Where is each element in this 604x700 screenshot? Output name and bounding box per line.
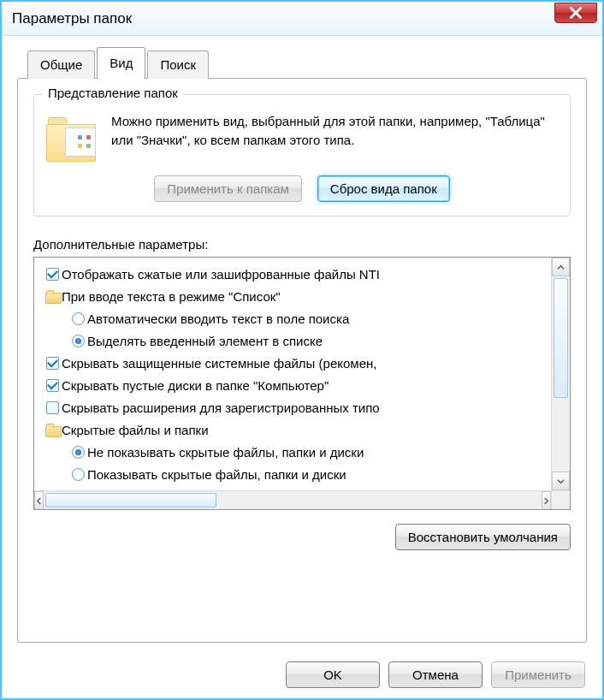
tab-view[interactable]: Вид [97, 47, 145, 79]
titlebar: Параметры папок [2, 2, 602, 36]
list-item-label: Автоматически вводить текст в поле поиск… [87, 311, 349, 326]
list-item[interactable]: Показывать скрытые файлы, папки и диски [43, 463, 551, 485]
list-item[interactable]: Скрывать защищенные системные файлы (рек… [43, 352, 551, 374]
tab-strip: Общие Вид Поиск [27, 46, 587, 78]
group-description: Можно применить вид, выбранный для этой … [111, 112, 558, 162]
close-icon [570, 7, 582, 19]
tab-panel-view: Представление папок Можно применить вид,… [17, 78, 587, 643]
window-title: Параметры папок [12, 10, 132, 27]
checkbox-control[interactable] [43, 268, 62, 281]
apply-button[interactable]: Применить [491, 661, 585, 688]
checkbox[interactable] [46, 268, 59, 281]
list-item-label: Не показывать скрытые файлы, папки и дис… [87, 445, 364, 460]
list-viewport: Отображать сжатые или зашифрованные файл… [34, 258, 551, 490]
list-item[interactable]: При вводе текста в режиме "Список" [43, 285, 551, 307]
checkbox-control[interactable] [43, 357, 62, 370]
scroll-down-button[interactable] [552, 472, 570, 490]
ok-button[interactable]: OK [286, 661, 380, 688]
list-item[interactable]: Скрывать расширения для зарегистрированн… [43, 396, 551, 418]
checkbox-control[interactable] [43, 401, 62, 414]
folder-options-window: Параметры папок Общие Вид Поиск Представ… [0, 0, 604, 700]
radio-control[interactable] [68, 446, 87, 459]
list-item-label: Скрывать пустые диски в папке "Компьютер… [62, 378, 329, 393]
advanced-settings-label: Дополнительные параметры: [33, 237, 571, 252]
close-button[interactable] [554, 3, 597, 23]
list-item-label: Скрывать защищенные системные файлы (рек… [62, 356, 376, 371]
radio-control[interactable] [68, 335, 87, 347]
list-item-label: Показывать скрытые файлы, папки и диски [87, 467, 346, 482]
advanced-settings-list: Отображать сжатые или зашифрованные файл… [33, 257, 571, 510]
radio-control[interactable] [68, 468, 87, 481]
list-item-label: При вводе текста в режиме "Список" [62, 289, 281, 304]
list-item[interactable]: Отображать сжатые или зашифрованные файл… [43, 263, 551, 285]
group-icon [43, 424, 62, 436]
tab-general[interactable]: Общие [27, 50, 95, 79]
folder-icon [46, 112, 99, 162]
folder-icon [45, 424, 60, 436]
scroll-right-button[interactable] [542, 491, 551, 510]
cancel-button[interactable]: Отмена [388, 661, 483, 688]
folder-icon [45, 290, 60, 302]
group-title: Представление папок [43, 86, 183, 100]
h-scroll-thumb[interactable] [45, 493, 216, 507]
radio[interactable] [72, 312, 85, 325]
v-scroll-track[interactable] [552, 276, 570, 472]
list-item[interactable]: Не показывать скрытые файлы, папки и дис… [43, 441, 551, 463]
restore-defaults-button[interactable]: Восстановить умолчания [395, 524, 571, 550]
list-item-label: Отображать сжатые или зашифрованные файл… [62, 267, 380, 282]
list-item-label: Выделять введенный элемент в списке [87, 334, 323, 348]
scroll-corner [551, 490, 570, 509]
list-item[interactable]: Автоматически вводить текст в поле поиск… [43, 307, 551, 329]
list-item-label: Скрытые файлы и папки [62, 423, 209, 437]
group-icon [43, 290, 62, 302]
list-item[interactable]: Выделять введенный элемент в списке [43, 329, 551, 352]
list-item[interactable]: Скрывать пустые диски в папке "Компьютер… [43, 374, 551, 396]
apply-to-folders-button[interactable]: Применить к папкам [154, 175, 302, 202]
folder-views-group: Представление папок Можно применить вид,… [33, 94, 571, 217]
radio-control[interactable] [68, 312, 87, 325]
checkbox[interactable] [46, 379, 59, 392]
list-item[interactable]: Скрытые файлы и папки [43, 418, 551, 441]
radio[interactable] [72, 468, 85, 481]
checkbox[interactable] [46, 401, 59, 414]
scroll-left-button[interactable] [34, 491, 44, 510]
dialog-button-row: OK Отмена Применить [286, 661, 585, 688]
v-scroll-thumb[interactable] [554, 278, 568, 398]
checkbox-control[interactable] [43, 379, 62, 392]
scroll-up-button[interactable] [552, 258, 570, 276]
horizontal-scrollbar[interactable] [34, 490, 551, 509]
content-area: Общие Вид Поиск Представление папок [2, 36, 602, 650]
radio[interactable] [72, 446, 85, 459]
checkbox[interactable] [46, 357, 59, 370]
tab-search[interactable]: Поиск [147, 50, 209, 79]
h-scroll-track[interactable] [44, 491, 542, 509]
list-item-label: Скрывать расширения для зарегистрированн… [62, 400, 380, 415]
reset-folders-button[interactable]: Сброс вида папок [317, 175, 450, 202]
radio[interactable] [72, 335, 85, 347]
vertical-scrollbar[interactable] [551, 258, 570, 490]
